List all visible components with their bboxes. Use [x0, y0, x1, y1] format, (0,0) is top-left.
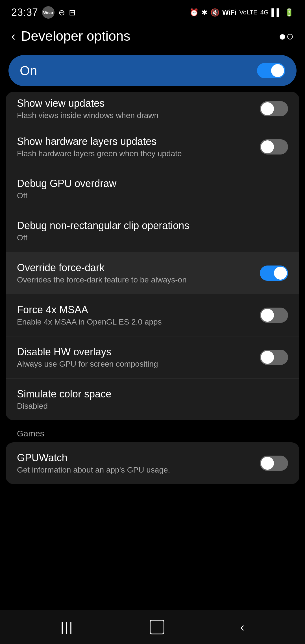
home-button[interactable]: [150, 620, 164, 634]
page-title: Developer options: [21, 28, 130, 44]
battery-icon: 🔋: [285, 8, 294, 17]
gpuwatch-toggle[interactable]: [260, 456, 288, 471]
disable-hw-overlays-item[interactable]: Disable HW overlays Always use GPU for s…: [6, 336, 299, 378]
status-time: 23:37: [11, 6, 38, 18]
show-hardware-layers-item[interactable]: Show hardware layers updates Flash hardw…: [6, 126, 299, 168]
gpuwatch-text: GPUWatch Get information about an app's …: [17, 452, 260, 475]
show-view-updates-title: Show view updates: [17, 97, 251, 109]
on-label: On: [20, 63, 37, 78]
show-hardware-layers-toggle[interactable]: [260, 139, 288, 155]
simulate-color-space-title: Simulate color space: [17, 388, 280, 400]
gpuwatch-item[interactable]: GPUWatch Get information about an app's …: [6, 442, 299, 484]
override-force-dark-subtitle: Overrides the force-dark feature to be a…: [17, 275, 251, 284]
toggle-knob: [261, 140, 274, 153]
force-4x-msaa-text: Force 4x MSAA Enable 4x MSAA in OpenGL E…: [17, 304, 260, 327]
gpuwatch-subtitle: Get information about an app's GPU usage…: [17, 465, 251, 475]
override-force-dark-title: Override force-dark: [17, 262, 251, 274]
debug-nonrect-item[interactable]: Debug non-rectangular clip operations Of…: [6, 210, 299, 252]
toggle-knob: [261, 309, 274, 322]
signal-icon: ▌▌: [271, 8, 282, 17]
settings-list: Show view updates Flash views inside win…: [6, 92, 299, 420]
override-force-dark-item[interactable]: Override force-dark Overrides the force-…: [6, 252, 299, 294]
override-force-dark-text: Override force-dark Overrides the force-…: [17, 262, 260, 284]
toggle-knob: [271, 64, 284, 77]
debug-gpu-overdraw-item[interactable]: Debug GPU overdraw Off: [6, 168, 299, 210]
toggle-knob: [261, 351, 274, 364]
recent-apps-button[interactable]: |||: [61, 620, 74, 634]
debug-gpu-overdraw-subtitle: Off: [17, 191, 280, 200]
disable-hw-overlays-title: Disable HW overlays: [17, 346, 251, 358]
force-4x-msaa-item[interactable]: Force 4x MSAA Enable 4x MSAA in OpenGL E…: [6, 294, 299, 336]
show-hardware-layers-subtitle: Flash hardware layers green when they up…: [17, 149, 251, 158]
debug-nonrect-title: Debug non-rectangular clip operations: [17, 220, 280, 232]
gpuwatch-title: GPUWatch: [17, 452, 251, 464]
force-4x-msaa-toggle[interactable]: [260, 308, 288, 323]
developer-options-toggle[interactable]: [257, 63, 285, 78]
header: ‹ Developer options ●○: [0, 23, 305, 52]
debug-gpu-overdraw-text: Debug GPU overdraw Off: [17, 178, 288, 200]
debug-gpu-overdraw-title: Debug GPU overdraw: [17, 178, 280, 190]
back-nav-button[interactable]: ‹: [240, 620, 245, 634]
debug-nonrect-subtitle: Off: [17, 233, 280, 242]
show-view-updates-text: Show view updates Flash views inside win…: [17, 97, 260, 120]
mute-icon: 🔇: [210, 8, 219, 17]
simulate-color-space-subtitle: Disabled: [17, 402, 280, 411]
alarm-icon: ⏰: [189, 8, 199, 17]
show-hardware-layers-text: Show hardware layers updates Flash hardw…: [17, 136, 260, 158]
show-view-updates-toggle[interactable]: [260, 101, 288, 116]
disable-hw-overlays-text: Disable HW overlays Always use GPU for s…: [17, 346, 260, 369]
status-right: ⏰ ✱ 🔇 WiFi VoLTE 4G ▌▌ 🔋: [189, 8, 294, 17]
games-section-label: Games: [0, 420, 305, 442]
force-4x-msaa-title: Force 4x MSAA: [17, 304, 251, 316]
4glte-icon: 4G: [260, 9, 269, 16]
disable-hw-overlays-toggle[interactable]: [260, 350, 288, 365]
status-left: 23:37 Wear ⊖ ⊟: [11, 6, 75, 19]
wear-badge: Wear: [42, 6, 55, 19]
simulate-color-space-item[interactable]: Simulate color space Disabled: [6, 378, 299, 420]
show-hardware-layers-title: Show hardware layers updates: [17, 136, 251, 147]
debug-nonrect-text: Debug non-rectangular clip operations Of…: [17, 220, 288, 242]
force-4x-msaa-subtitle: Enable 4x MSAA in OpenGL ES 2.0 apps: [17, 317, 251, 327]
header-left: ‹ Developer options: [11, 28, 130, 44]
toggle-knob: [261, 457, 274, 470]
status-bar: 23:37 Wear ⊖ ⊟ ⏰ ✱ 🔇 WiFi VoLTE 4G ▌▌ 🔋: [0, 0, 305, 23]
developer-options-toggle-banner[interactable]: On: [8, 55, 297, 86]
toggle-knob: [274, 267, 287, 280]
wifi-icon: WiFi: [222, 8, 236, 16]
navigation-bar: ||| ‹: [0, 610, 305, 644]
volte-icon: VoLTE: [239, 9, 257, 16]
search-button[interactable]: ●○: [279, 29, 294, 43]
simulate-color-space-text: Simulate color space Disabled: [17, 388, 288, 411]
bluetooth-icon: ✱: [201, 8, 208, 17]
games-settings-list: GPUWatch Get information about an app's …: [6, 442, 299, 484]
show-view-updates-item[interactable]: Show view updates Flash views inside win…: [6, 92, 299, 126]
show-view-updates-subtitle: Flash views inside windows when drawn: [17, 111, 251, 120]
back-button[interactable]: ‹: [11, 29, 16, 43]
cast-icon: ⊟: [69, 8, 75, 17]
override-force-dark-toggle[interactable]: [260, 266, 288, 281]
toggle-knob: [261, 102, 274, 115]
disable-hw-overlays-subtitle: Always use GPU for screen compositing: [17, 360, 251, 369]
minus-circle-icon: ⊖: [58, 8, 65, 17]
